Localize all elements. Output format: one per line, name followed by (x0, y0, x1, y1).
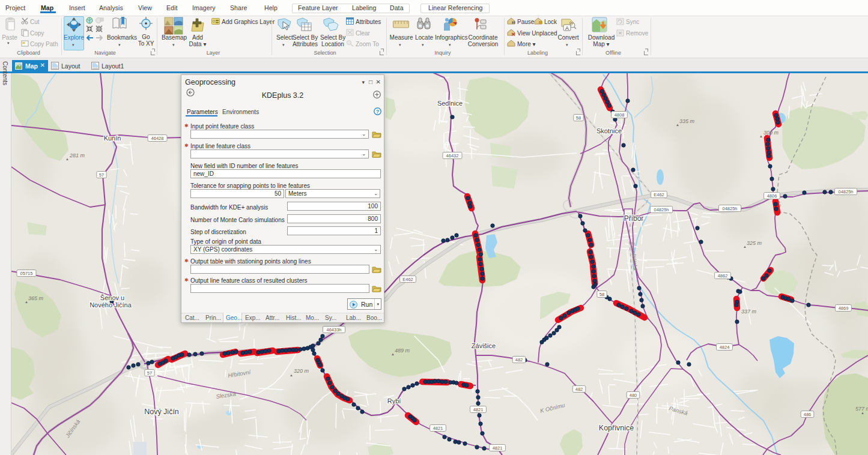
svg-text:4808: 4808 (615, 112, 625, 118)
svg-text:04825h: 04825h (654, 207, 669, 212)
svg-text:Příbor: Příbor (624, 214, 644, 223)
svg-text:E462: E462 (402, 277, 413, 282)
svg-text:4869: 4869 (839, 306, 849, 311)
svg-text:Nový Jičín: Nový Jičín (144, 408, 179, 416)
svg-text:300 m: 300 m (763, 130, 779, 136)
svg-text:Sedlnice: Sedlnice (437, 100, 463, 107)
svg-text:Kunín: Kunín (104, 134, 121, 142)
svg-text:489 m: 489 m (395, 348, 410, 354)
svg-text:577 m: 577 m (855, 406, 868, 412)
svg-text:46428: 46428 (151, 136, 164, 141)
svg-text:05715: 05715 (20, 271, 33, 276)
svg-text:E462: E462 (654, 192, 664, 197)
svg-text:A: A (565, 25, 569, 31)
svg-text:325 m: 325 m (747, 240, 762, 246)
svg-text:04825h: 04825h (838, 189, 853, 194)
svg-text:281 m: 281 m (69, 152, 85, 158)
svg-text:335 m: 335 m (679, 118, 695, 124)
svg-text:486: 486 (804, 412, 812, 417)
svg-text:4821: 4821 (473, 407, 484, 412)
svg-text:4821: 4821 (433, 426, 443, 431)
svg-text:46432: 46432 (446, 153, 459, 158)
svg-text:337 m: 337 m (741, 309, 757, 315)
svg-text:04825h: 04825h (722, 206, 737, 211)
svg-text:Šenov u: Šenov u (100, 294, 124, 301)
svg-text:57: 57 (147, 370, 152, 376)
svg-text:480: 480 (630, 393, 637, 398)
svg-text:482: 482 (515, 357, 523, 363)
svg-text:482: 482 (575, 387, 583, 392)
svg-text:Závišice: Závišice (472, 342, 496, 349)
svg-text:Rybí: Rybí (387, 397, 401, 405)
svg-text:58: 58 (599, 292, 604, 297)
svg-text:57: 57 (99, 172, 104, 178)
svg-text:4862: 4862 (718, 273, 728, 279)
svg-text:58: 58 (576, 115, 581, 121)
svg-text:Skotnice: Skotnice (596, 127, 622, 134)
svg-text:365 m: 365 m (28, 295, 44, 301)
svg-text:320 m: 320 m (294, 368, 309, 374)
svg-text:4821: 4821 (493, 445, 503, 451)
svg-text:4824: 4824 (720, 345, 730, 350)
svg-text:Kopřivnice: Kopřivnice (599, 424, 634, 432)
svg-text:?: ? (376, 109, 379, 115)
svg-text:46433h: 46433h (326, 327, 341, 333)
svg-text:Nového Jičína: Nového Jičína (90, 301, 132, 309)
svg-text:4806: 4806 (767, 193, 777, 199)
